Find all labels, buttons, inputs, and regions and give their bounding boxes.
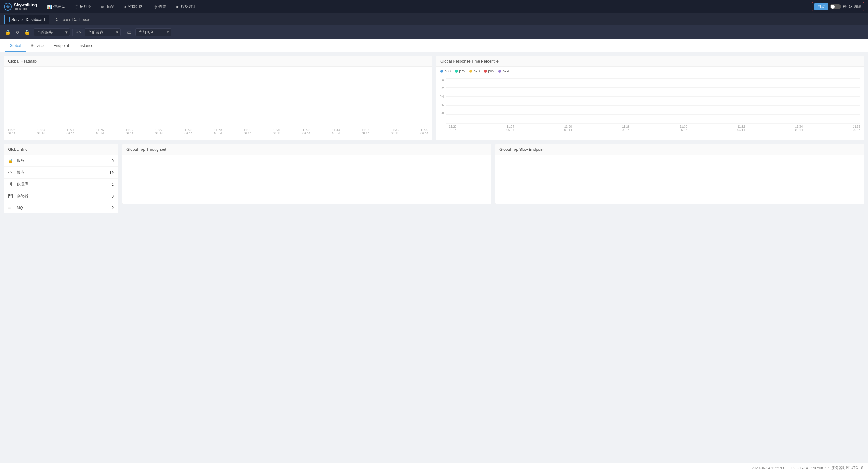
legend-dot-p75: [455, 70, 458, 73]
logo: Skywalking Rocketbot: [4, 2, 37, 11]
tab-database-dashboard[interactable]: Database Dashboard: [51, 16, 96, 24]
brief-row-storage: 💾 存储器 0: [4, 190, 118, 202]
nav-profiling-label: 性能剖析: [128, 4, 144, 9]
auto-refresh-area: 自动 秒 ↻ 刷新: [812, 2, 864, 11]
lock-icon: 🔒: [4, 28, 12, 36]
tab-service-main-label: Service: [31, 43, 44, 48]
legend-label-p95: p95: [488, 69, 494, 73]
content-area: Global Heatmap 11:2206-14 11:2306-14 11:…: [0, 52, 868, 220]
nav-dashboard[interactable]: 📊 仪表盘: [43, 2, 69, 11]
app-sub: Rocketbot: [14, 7, 37, 11]
legend-label-p99: p99: [502, 69, 508, 73]
nav-alarm[interactable]: ◎ 告警: [149, 2, 170, 11]
service-brief-icon: 🔒: [8, 158, 13, 163]
metrics-icon: ⊳: [176, 4, 179, 9]
nav-dashboard-label: 仪表盘: [54, 4, 65, 9]
tab-service[interactable]: Service: [26, 39, 49, 52]
topology-icon: ⬡: [75, 4, 78, 9]
row-1: Global Heatmap 11:2206-14 11:2306-14 11:…: [4, 56, 864, 140]
slow-body: [495, 155, 864, 162]
tab-instance-label: Instance: [79, 43, 93, 48]
endpoint-brief-label: 端点: [17, 170, 106, 175]
legend-dot-p95: [484, 70, 487, 73]
nav-metrics[interactable]: ⊳ 指标对比: [172, 2, 201, 11]
endpoint-select[interactable]: 当前端点: [85, 28, 121, 36]
tab-instance[interactable]: Instance: [74, 39, 98, 52]
nav-topology-label: 拓扑图: [80, 4, 91, 9]
mq-brief-label: MQ: [17, 205, 108, 210]
legend-p99: p99: [498, 69, 508, 73]
legend-label-p75: p75: [459, 69, 465, 73]
legend: p50 p75 p90 p95 p99: [436, 67, 864, 76]
legend-dot-p99: [498, 70, 501, 73]
legend-label-p90: p90: [473, 69, 479, 73]
profiling-icon: ⊳: [123, 4, 127, 9]
database-brief-icon: 🗄: [8, 182, 13, 187]
toolbar-divider-2: [123, 29, 123, 36]
heatmap-time-axis: 11:2206-14 11:2306-14 11:2406-14 11:2506…: [4, 127, 432, 136]
response-time-panel: Global Response Time Percentile p50 p75 …: [436, 56, 864, 140]
nav-trace[interactable]: ⊳ 追踪: [97, 2, 118, 11]
nav-profiling[interactable]: ⊳ 性能剖析: [119, 2, 148, 11]
tab-global[interactable]: Global: [5, 39, 26, 52]
refresh-toggle[interactable]: [830, 4, 841, 9]
legend-dot-p90: [469, 70, 472, 73]
active-indicator: [9, 17, 10, 22]
x-axis: 11:2206-14 11:2406-14 11:2606-14 11:2806…: [436, 124, 864, 133]
tab-endpoint-label: Endpoint: [54, 43, 69, 48]
toolbar-divider-1: [72, 29, 73, 36]
service-brief-label: 服务: [17, 158, 108, 164]
trace-icon: ⊳: [101, 4, 104, 9]
nav-trace-label: 追踪: [106, 4, 114, 9]
service-select[interactable]: 当前服务: [34, 28, 70, 36]
instance-select-wrap: 当前实例 ▾: [135, 28, 172, 36]
y-axis: 1 0.8 0.6 0.4 0.2 0: [440, 78, 446, 123]
global-brief-panel: Global Brief 🔒 服务 0 <> 端点 19 🗄 数据库 1 💾 存…: [4, 144, 118, 213]
chart-container: 1 0.8 0.6 0.4 0.2 0: [436, 76, 864, 124]
top-navigation: Skywalking Rocketbot 📊 仪表盘 ⬡ 拓扑图 ⊳ 追踪 ⊳ …: [0, 0, 868, 13]
response-time-chart: [446, 78, 861, 123]
chart-svg-wrap: [446, 78, 861, 124]
storage-brief-label: 存储器: [17, 193, 108, 199]
tab-service-dashboard[interactable]: Service Dashboard: [4, 15, 49, 24]
alarm-icon: ◎: [154, 4, 157, 9]
nav-topology[interactable]: ⬡ 拓扑图: [71, 2, 96, 11]
legend-p75: p75: [455, 69, 465, 73]
nav-metrics-label: 指标对比: [181, 4, 196, 9]
legend-p50: p50: [440, 69, 451, 73]
brief-row-database: 🗄 数据库 1: [4, 178, 118, 190]
brief-row-service: 🔒 服务 0: [4, 155, 118, 167]
tab-global-label: Global: [10, 43, 21, 48]
response-time-title: Global Response Time Percentile: [436, 56, 864, 67]
heatmap-body: [4, 67, 432, 127]
top-slow-panel: Global Top Slow Endpoint: [495, 144, 864, 204]
row-2: Global Brief 🔒 服务 0 <> 端点 19 🗄 数据库 1 💾 存…: [4, 144, 864, 213]
dashboard-icon: 📊: [47, 4, 52, 9]
tab-database-label: Database Dashboard: [55, 17, 92, 22]
throughput-title: Global Top Throughput: [122, 144, 491, 155]
mq-brief-value: 0: [112, 205, 114, 210]
heatmap-panel: Global Heatmap 11:2206-14 11:2306-14 11:…: [4, 56, 432, 140]
tab-endpoint[interactable]: Endpoint: [49, 39, 74, 52]
main-tabs: Global Service Endpoint Instance: [0, 39, 868, 52]
legend-p95: p95: [484, 69, 494, 73]
tick-0: 11:2206-14: [7, 128, 16, 135]
refresh-icon[interactable]: ↻: [848, 4, 852, 9]
throughput-body: [122, 155, 491, 162]
legend-p90: p90: [469, 69, 479, 73]
service-brief-value: 0: [112, 158, 114, 163]
legend-dot-p50: [440, 70, 443, 73]
endpoint-select-wrap: 当前端点 ▾: [85, 28, 121, 36]
brief-row-endpoint: <> 端点 19: [4, 167, 118, 178]
service-select-wrap: 当前服务 ▾: [34, 28, 70, 36]
auto-button[interactable]: 自动: [814, 3, 828, 10]
storage-brief-icon: 💾: [8, 194, 13, 199]
storage-brief-value: 0: [112, 194, 114, 199]
refresh-label[interactable]: 刷新: [854, 4, 862, 9]
mq-brief-icon: ≡: [8, 205, 13, 210]
instance-select[interactable]: 当前实例: [135, 28, 172, 36]
top-throughput-panel: Global Top Throughput: [122, 144, 491, 204]
refresh-toolbar-icon[interactable]: ↻: [14, 29, 21, 36]
dashboard-tabs: Service Dashboard Database Dashboard: [0, 13, 868, 25]
seconds-label: 秒: [843, 4, 846, 9]
